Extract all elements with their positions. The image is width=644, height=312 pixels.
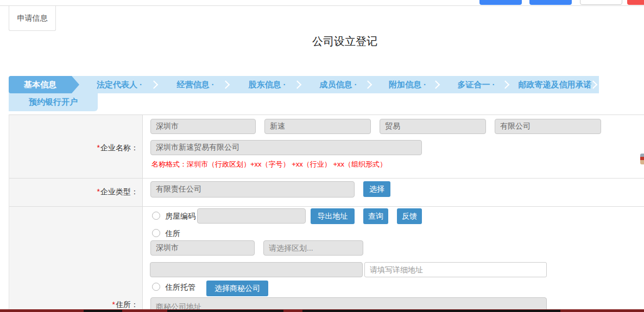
name-orgform-input[interactable] [495,119,601,134]
basic-info-form: *企业名称： 名称格式：深圳市（行政区划）+xx（字号） +xx（行业） +xx… [9,114,644,312]
required-mark: * [97,187,100,196]
name-brand-input[interactable] [264,119,371,134]
address-label: *住所： [9,300,138,310]
company-type-input[interactable] [150,181,355,198]
step-wizard: 基本信息 法定代表人 · 经营信息 · 股东信息 · 成员信息 · 附加信息 ·… [9,76,599,93]
step-basic-info[interactable]: 基本信息 [9,76,79,93]
top-action-button-1[interactable] [479,0,522,5]
step-additional-info[interactable]: 附加信息 · [374,76,441,93]
top-action-button-2[interactable] [529,0,572,5]
step-shareholder-info[interactable]: 股东信息 · [231,76,303,93]
choose-secretary-company-button[interactable]: 选择商秘公司 [206,281,268,296]
row-divider [9,178,644,179]
step-postal-credit[interactable]: 邮政寄递及信用承诺 [511,76,599,93]
name-format-hint: 名称格式：深圳市（行政区划）+xx（字号） +xx（行业） +xx（组织形式） [151,160,387,169]
required-mark: * [112,300,115,309]
company-registration-page: 申请信息 公司设立登记 基本信息 法定代表人 · 经营信息 · 股东信息 · 成… [0,0,644,312]
house-code-input[interactable] [197,208,306,224]
company-name-label: *企业名称： [9,143,138,153]
feedback-button[interactable]: 反馈 [397,208,422,224]
step-member-info[interactable]: 成员信息 · [303,76,374,93]
row-divider [9,206,644,207]
tab-application-info[interactable]: 申请信息 [9,6,56,31]
step-legal-representative[interactable]: 法定代表人 · [79,76,160,93]
step-multi-certificate[interactable]: 多证合一 · [441,76,511,93]
trusteeship-radio-label: 住所托管 [165,283,195,292]
step-business-info[interactable]: 经营信息 · [160,76,231,93]
name-industry-input[interactable] [380,119,486,134]
top-action-button-4[interactable] [627,0,644,5]
query-button[interactable]: 查询 [363,208,388,224]
address-radio[interactable] [152,229,160,237]
city-input[interactable] [150,240,255,256]
house-code-radio-label: 房屋编码 [165,212,195,221]
tab-label: 申请信息 [17,14,48,23]
street-input[interactable] [150,262,363,277]
floating-widget-fragment[interactable] [640,154,644,164]
step-bank-account[interactable]: 预约银行开户 [9,93,98,111]
company-type-label: *企业类型： [9,187,138,197]
address-radio-label: 住所 [165,229,180,239]
export-address-button[interactable]: 导出地址 [311,208,355,224]
district-select[interactable] [263,240,363,256]
house-code-radio[interactable] [152,212,160,220]
required-mark: * [97,143,100,152]
trusteeship-radio[interactable] [152,283,160,291]
name-region-input[interactable] [150,119,256,134]
full-company-name-input[interactable] [150,140,422,155]
detail-address-input[interactable] [364,262,547,277]
taskbar-sliver [0,309,644,312]
select-type-button[interactable]: 选择 [363,181,390,197]
top-divider [0,5,644,6]
page-title: 公司设立登记 [0,34,644,49]
top-action-button-3[interactable] [580,0,622,5]
